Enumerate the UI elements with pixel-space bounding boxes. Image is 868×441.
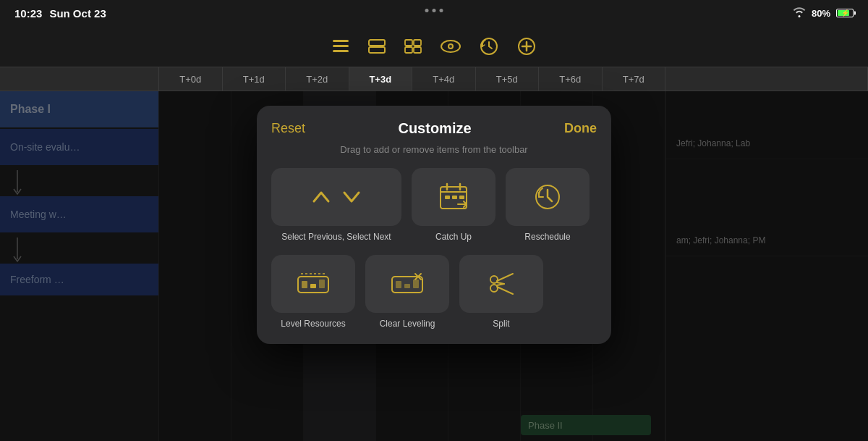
svg-rect-32 (319, 280, 325, 288)
catch-up-icon (438, 181, 469, 213)
svg-rect-23 (452, 196, 457, 199)
main-toolbar (0, 26, 868, 67)
column-headers: T+0d T+1d T+2d T+3d T+4d T+5d T+6d T+7d (0, 67, 868, 91)
toolbar-items-row-1: Select Previous, Select Next (271, 168, 597, 243)
svg-rect-8 (414, 47, 421, 53)
add-item-button[interactable] (516, 36, 537, 56)
done-button[interactable]: Done (564, 121, 597, 136)
wifi-icon (793, 7, 806, 20)
split-icon-box (459, 255, 543, 313)
toolbar-item-level-resources[interactable]: Level Resources (271, 255, 355, 330)
clear-leveling-icon-box (365, 255, 449, 313)
status-bar: 10:23 Sun Oct 23 80% ⚡ (0, 0, 868, 26)
svg-line-45 (497, 284, 504, 285)
dot-2 (433, 9, 436, 12)
reset-button[interactable]: Reset (271, 121, 305, 136)
time-display: 10:23 (14, 7, 42, 20)
stack-view-button[interactable] (367, 38, 386, 54)
toolbar-item-clear-leveling[interactable]: Clear Leveling (365, 255, 449, 330)
chevrons-container (310, 185, 363, 209)
col-header-t4: T+4d (412, 67, 476, 91)
svg-rect-6 (414, 40, 421, 46)
svg-rect-2 (333, 50, 349, 52)
battery-indicator: ⚡ (836, 9, 854, 17)
chevron-down-icon (340, 185, 363, 209)
svg-rect-30 (302, 281, 307, 288)
svg-point-46 (491, 278, 494, 281)
svg-point-47 (491, 287, 494, 290)
battery-percent: 80% (812, 8, 830, 19)
col-header-resources (665, 67, 868, 91)
history-button[interactable] (479, 36, 499, 56)
grid-view-button[interactable] (404, 38, 422, 54)
dot-3 (440, 9, 443, 12)
svg-rect-7 (405, 47, 412, 53)
date-display: Sun Oct 23 (49, 7, 106, 20)
toolbar-item-split[interactable]: Split (459, 255, 543, 330)
split-scissors-icon (485, 268, 517, 300)
main-content: Phase I On-site evalu… Meeting w… Freefo… (0, 91, 868, 441)
svg-rect-31 (310, 284, 316, 288)
toolbar-items-row-2: Level Resources (271, 255, 597, 330)
reschedule-label: Reschedule (524, 232, 570, 243)
toolbar-item-select-prev-next[interactable]: Select Previous, Select Next (271, 168, 401, 243)
svg-rect-3 (369, 40, 385, 46)
col-header-t6: T+6d (539, 67, 603, 91)
level-resources-icon (295, 271, 331, 297)
svg-rect-36 (404, 284, 410, 288)
toolbar-items-grid: Select Previous, Select Next (271, 168, 597, 329)
col-header-t3: T+3d (349, 67, 413, 91)
clear-leveling-label: Clear Leveling (380, 319, 435, 330)
status-right: 80% ⚡ (793, 7, 854, 20)
svg-rect-5 (405, 40, 412, 46)
svg-rect-4 (369, 47, 385, 53)
col-header-t1: T+1d (223, 67, 286, 91)
toolbar-item-reschedule[interactable]: Reschedule (506, 168, 590, 243)
status-left: 10:23 Sun Oct 23 (14, 7, 106, 20)
level-resources-icon-box (271, 255, 355, 313)
split-label: Split (493, 319, 509, 330)
customize-modal: Reset Customize Done Drag to add or remo… (257, 106, 611, 344)
svg-rect-22 (445, 196, 450, 199)
three-dots-indicator (425, 9, 443, 12)
select-prev-next-label: Select Previous, Select Next (281, 232, 391, 243)
level-resources-label: Level Resources (281, 319, 345, 330)
col-header-t7: T+7d (603, 67, 666, 91)
col-header-t0: T+0d (159, 67, 223, 91)
list-view-button[interactable] (331, 38, 350, 54)
svg-line-42 (497, 274, 513, 281)
modal-overlay: Reset Customize Done Drag to add or remo… (0, 91, 868, 441)
toolbar-item-catch-up[interactable]: Catch Up (412, 168, 495, 243)
svg-rect-24 (459, 196, 464, 199)
col-header-sidebar (0, 67, 159, 91)
dot-1 (425, 9, 429, 12)
svg-rect-0 (333, 40, 349, 42)
catch-up-label: Catch Up (435, 232, 472, 243)
charging-bolt-icon: ⚡ (841, 9, 849, 17)
svg-point-11 (449, 45, 452, 48)
eye-view-button[interactable] (440, 38, 461, 54)
svg-rect-37 (413, 280, 419, 288)
battery-body: ⚡ (836, 9, 854, 17)
col-header-t5: T+5d (476, 67, 540, 91)
svg-line-43 (497, 287, 513, 294)
reschedule-icon (532, 181, 563, 213)
reschedule-icon-box (506, 168, 590, 226)
select-prev-next-icon-box (271, 168, 401, 226)
chevron-up-icon (310, 185, 333, 209)
svg-rect-1 (333, 45, 349, 47)
clear-leveling-icon (389, 271, 425, 297)
catch-up-icon-box (412, 168, 495, 226)
svg-rect-35 (396, 281, 401, 288)
modal-title: Customize (398, 120, 471, 137)
col-header-t2: T+2d (286, 67, 349, 91)
modal-header: Reset Customize Done (271, 120, 597, 137)
modal-subtitle: Drag to add or remove items from the too… (271, 144, 597, 155)
